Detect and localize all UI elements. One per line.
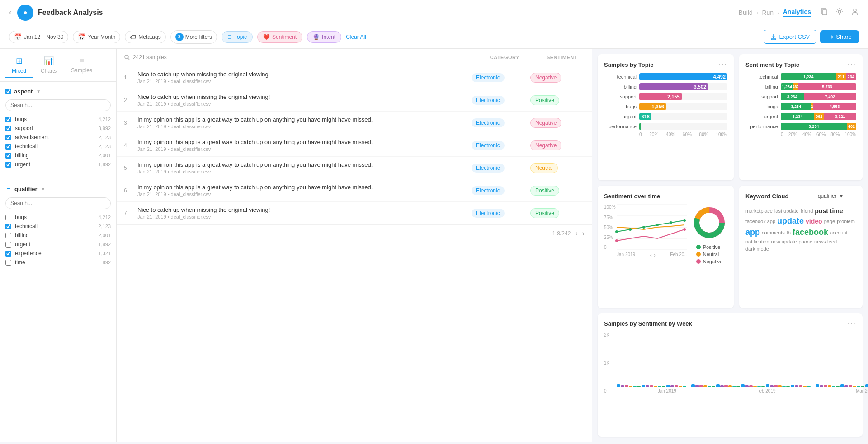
- intent-filter-tag[interactable]: 🔮 Intent: [307, 31, 341, 43]
- kw-last-update[interactable]: last update: [774, 208, 799, 214]
- nav-step-run[interactable]: Run: [762, 9, 774, 16]
- kw-facebook-app[interactable]: facebook app: [745, 219, 775, 224]
- aspect-filter-group: aspect ▼ bugs 4,212 support 3,992 advert…: [0, 85, 116, 174]
- table-row[interactable]: 3 In my opinion this app is a great way …: [117, 112, 592, 134]
- qualifier-item-checkbox-experience[interactable]: [5, 251, 11, 257]
- sentiment-by-topic-card: Sentiment by Topic ··· technical 1,23421…: [739, 54, 863, 180]
- stacked-axis: 0 20% 40% 60% 80% 100%: [745, 132, 856, 137]
- table-row[interactable]: 4 In my opinion this app is a great way …: [117, 134, 592, 157]
- kw-facebook[interactable]: facebook: [793, 228, 828, 237]
- sentiment-over-time-menu[interactable]: ···: [719, 192, 727, 200]
- table-row[interactable]: 1 Nice to catch up when missing the orig…: [117, 66, 592, 89]
- qualifier-dropdown[interactable]: qualifier ▼: [818, 193, 844, 199]
- table-row[interactable]: 7 Nice to catch up when missing the orig…: [117, 202, 592, 224]
- topic-filter-tag[interactable]: ⊡ Topic: [222, 31, 253, 43]
- tab-charts[interactable]: 📊 Charts: [33, 53, 64, 78]
- table-row[interactable]: 2 Nice to catch up when missing the orig…: [117, 89, 592, 112]
- week-bar: [795, 385, 798, 387]
- kw-video[interactable]: video: [806, 218, 822, 225]
- topic-bar: 3,502: [639, 83, 708, 90]
- qualifier-search[interactable]: [5, 197, 111, 209]
- topic-bar: 102: [639, 123, 641, 130]
- aspect-item-checkbox-advertisement[interactable]: [5, 135, 11, 140]
- sentiment-over-time-card: Sentiment over time ··· 100% 75% 50% 25%…: [598, 186, 734, 308]
- topic-bar-container: 2,155: [639, 93, 727, 100]
- qualifier-minus-icon[interactable]: －: [5, 185, 12, 193]
- sentiment-filter-tag[interactable]: ❤️ Sentiment: [257, 31, 302, 43]
- samples-by-week-menu[interactable]: ···: [848, 320, 856, 328]
- aspect-item-checkbox-bugs[interactable]: [5, 117, 11, 122]
- kw-time[interactable]: time: [830, 207, 843, 215]
- tab-mixed[interactable]: ⊞ Mixed: [5, 53, 33, 78]
- prev-time-btn[interactable]: ‹: [650, 252, 652, 258]
- aspect-collapse-icon[interactable]: ▼: [36, 89, 41, 94]
- stacked-label: support: [745, 94, 778, 99]
- table-row[interactable]: 5 In my opinion this app is a great way …: [117, 157, 592, 179]
- year-month-filter[interactable]: 📅 Year Month: [73, 31, 120, 43]
- top-nav: ‹ Feedback Analysis Build › Run › Analyt…: [0, 0, 868, 25]
- sentiment-by-topic-menu[interactable]: ···: [848, 61, 856, 69]
- share-button[interactable]: Share: [820, 30, 859, 43]
- week-bar: [799, 385, 802, 387]
- tab-samples[interactable]: ≡ Samples: [64, 53, 99, 78]
- qualifier-item-checkbox-time[interactable]: [5, 260, 11, 266]
- search-icon: [124, 54, 130, 61]
- kw-comments[interactable]: comments: [762, 230, 785, 235]
- table-row[interactable]: 6 In my opinion this app is a great way …: [117, 179, 592, 202]
- row-num: 3: [124, 120, 137, 126]
- qualifier-item-checkbox-billing[interactable]: [5, 233, 11, 238]
- nav-step-analytics[interactable]: Analytics: [783, 8, 811, 17]
- topic-label: technical: [604, 74, 637, 79]
- aspect-item-checkbox-support[interactable]: [5, 126, 11, 131]
- row-category: Electronic: [472, 209, 530, 218]
- row-category: Electronic: [472, 118, 530, 127]
- qualifier-item-checkbox-technicall[interactable]: [5, 224, 11, 229]
- kw-news-feed[interactable]: news feed: [814, 239, 837, 244]
- samples-by-topic-menu[interactable]: ···: [719, 61, 727, 69]
- row-sentiment: Negative: [530, 118, 585, 128]
- kw-app[interactable]: app: [745, 228, 760, 237]
- topic-bar: 1,356: [639, 103, 666, 110]
- kw-update[interactable]: update: [777, 216, 804, 226]
- qualifier-item-checkbox-urgent[interactable]: [5, 242, 11, 248]
- aspect-item-checkbox-technicall[interactable]: [5, 144, 11, 150]
- kw-friend[interactable]: friend: [801, 208, 813, 214]
- user-icon[interactable]: [851, 8, 859, 18]
- aspect-search[interactable]: [5, 99, 111, 111]
- kw-account[interactable]: account: [830, 230, 848, 235]
- next-page-button[interactable]: ›: [582, 229, 585, 238]
- qualifier-collapse-icon[interactable]: ▼: [41, 187, 46, 192]
- week-bar: [720, 385, 724, 387]
- row-num: 6: [124, 187, 137, 194]
- sent-time-nav[interactable]: ‹ ›: [650, 252, 656, 258]
- kw-marketplace[interactable]: marketplace: [745, 208, 773, 214]
- back-button[interactable]: ‹: [9, 8, 12, 17]
- aspect-item-checkbox-billing[interactable]: [5, 153, 11, 159]
- nav-step-build[interactable]: Build: [739, 9, 753, 16]
- row-num: 1: [124, 75, 137, 81]
- week-bar: [670, 385, 674, 387]
- settings-icon[interactable]: [835, 8, 844, 18]
- date-range-filter[interactable]: 📅 Jan 12 – Nov 30: [9, 31, 68, 43]
- copy-icon[interactable]: [820, 8, 828, 18]
- svg-point-21: [702, 215, 717, 230]
- week-bar: [832, 386, 835, 387]
- kw-new-update[interactable]: new update: [771, 239, 797, 244]
- prev-page-button[interactable]: ‹: [575, 229, 577, 238]
- kw-notification[interactable]: notification: [745, 239, 769, 244]
- more-filters-button[interactable]: 3 More filters: [170, 30, 217, 44]
- kw-page[interactable]: page: [824, 219, 835, 224]
- qualifier-item-checkbox-bugs[interactable]: [5, 215, 11, 220]
- aspect-item-checkbox-urgent[interactable]: [5, 162, 11, 168]
- next-time-btn[interactable]: ›: [654, 252, 656, 258]
- clear-all-button[interactable]: Clear All: [346, 34, 366, 40]
- kw-problem[interactable]: problem: [837, 219, 855, 224]
- export-csv-button[interactable]: Export CSV: [764, 30, 816, 44]
- metatags-filter[interactable]: 🏷 Metatags: [125, 31, 165, 43]
- aspect-checkbox[interactable]: [5, 89, 11, 94]
- kw-fb[interactable]: fb: [787, 230, 791, 235]
- kw-dark-mode[interactable]: dark mode: [745, 246, 769, 252]
- kw-phone[interactable]: phone: [798, 239, 812, 244]
- kw-post[interactable]: post: [815, 207, 828, 215]
- keyword-cloud-menu[interactable]: ···: [848, 192, 856, 200]
